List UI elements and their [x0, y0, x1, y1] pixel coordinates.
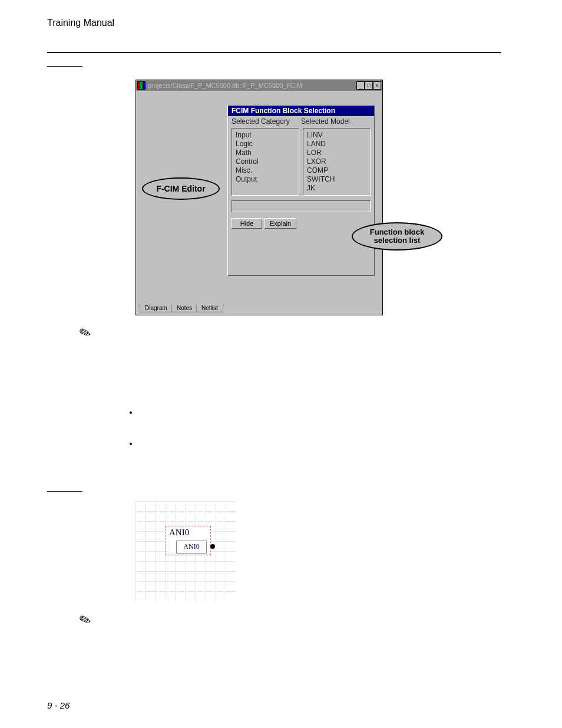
list-item[interactable]: LINV: [307, 131, 366, 140]
list-item[interactable]: COMP: [307, 166, 366, 175]
list-item[interactable]: Misc.: [236, 166, 295, 175]
anio-outer-label: ANI0: [169, 528, 189, 538]
maximize-button[interactable]: □: [365, 81, 373, 90]
list-item: [138, 407, 468, 418]
list-item[interactable]: JK: [307, 184, 366, 193]
dialog-status-box: [232, 200, 371, 212]
minimize-button[interactable]: _: [356, 81, 365, 90]
editor-window: projects/Class/F_P_MC5000.db::F_P_MC5000…: [135, 80, 383, 315]
dialog-title: FCIM Function Block Selection: [228, 106, 374, 116]
list-item[interactable]: Math: [236, 149, 295, 157]
anio-block: ANI0 ANI0: [165, 526, 211, 555]
note-text-2: [135, 614, 465, 632]
side-rule-1: [47, 66, 82, 67]
editor-tabs: Diagram Notes Netlist: [140, 304, 222, 312]
top-rule: [47, 52, 501, 53]
anio-inner-label: ANI0: [176, 541, 207, 554]
hide-button[interactable]: Hide: [232, 218, 262, 229]
list-item[interactable]: Output: [236, 175, 295, 184]
output-pin-icon: [210, 544, 215, 549]
annotation-function-block-list: Function block selection list: [352, 222, 442, 251]
window-title: projects/Class/F_P_MC5000.db::F_P_MC5000…: [148, 82, 302, 89]
tab-netlist[interactable]: Netlist: [196, 304, 223, 312]
column-model-label: Selected Model: [301, 117, 371, 126]
tab-notes[interactable]: Notes: [171, 304, 198, 312]
app-icon: [137, 81, 146, 90]
column-category-label: Selected Category: [232, 117, 301, 126]
list-item[interactable]: LXOR: [307, 157, 366, 166]
list-item[interactable]: Input: [236, 131, 295, 140]
category-listbox[interactable]: Input Logic Math Control Misc. Output: [232, 128, 299, 196]
page-header: Training Manual: [47, 18, 521, 28]
note-text-1: [135, 327, 465, 345]
tab-diagram[interactable]: Diagram: [139, 304, 173, 312]
close-button[interactable]: ×: [373, 81, 381, 90]
list-item[interactable]: LAND: [307, 140, 366, 149]
pencil-icon: ✎: [77, 611, 93, 628]
side-rule-2: [47, 491, 82, 492]
list-item[interactable]: LOR: [307, 149, 366, 157]
grid-figure: ANI0 ANI0: [135, 501, 236, 601]
pencil-icon: ✎: [77, 324, 93, 341]
explain-button[interactable]: Explain: [265, 218, 296, 229]
annotation-fcim-editor: F-CIM Editor: [142, 177, 220, 200]
list-item[interactable]: SWITCH: [307, 175, 366, 184]
list-item[interactable]: Logic: [236, 140, 295, 149]
bullet-list: [127, 407, 468, 449]
list-item[interactable]: Control: [236, 157, 295, 166]
page-number: 9 - 26: [47, 700, 70, 710]
window-titlebar: projects/Class/F_P_MC5000.db::F_P_MC5000…: [136, 80, 382, 91]
model-listbox[interactable]: LINV LAND LOR LXOR COMP SWITCH JK: [303, 128, 371, 196]
list-item: [138, 438, 468, 449]
function-block-dialog: FCIM Function Block Selection Selected C…: [227, 105, 375, 276]
